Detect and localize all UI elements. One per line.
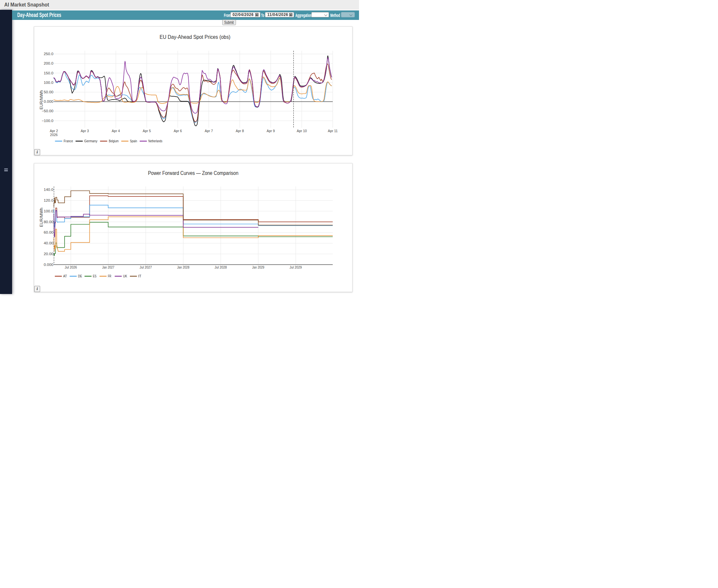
svg-text:DE: DE bbox=[78, 274, 82, 278]
svg-text:IT: IT bbox=[139, 274, 142, 278]
svg-text:250.0: 250.0 bbox=[44, 52, 54, 56]
svg-text:Belgium: Belgium bbox=[109, 139, 119, 143]
svg-text:Apr 7: Apr 7 bbox=[205, 129, 213, 133]
svg-text:0.000: 0.000 bbox=[44, 100, 54, 103]
svg-text:Apr 5: Apr 5 bbox=[143, 129, 151, 133]
svg-text:Apr 9: Apr 9 bbox=[267, 129, 275, 133]
svg-text:UK: UK bbox=[123, 274, 127, 278]
svg-text:Apr 4: Apr 4 bbox=[112, 129, 120, 133]
svg-text:ES: ES bbox=[93, 274, 97, 278]
svg-text:Apr 2: Apr 2 bbox=[49, 129, 58, 133]
svg-text:Jan 2029: Jan 2029 bbox=[252, 265, 265, 269]
svg-text:Netherlands: Netherlands bbox=[148, 139, 163, 143]
svg-text:100.0: 100.0 bbox=[44, 209, 54, 213]
svg-text:40.00: 40.00 bbox=[44, 241, 54, 245]
svg-text:EU Day-Ahead Spot Prices (obs): EU Day-Ahead Spot Prices (obs) bbox=[160, 34, 230, 40]
svg-text:Apr 8: Apr 8 bbox=[236, 129, 244, 133]
svg-text:140.0: 140.0 bbox=[44, 188, 54, 192]
svg-text:Apr 3: Apr 3 bbox=[81, 129, 89, 133]
svg-text:Apr 10: Apr 10 bbox=[297, 129, 307, 133]
svg-text:France: France bbox=[64, 139, 73, 143]
svg-text:20.00: 20.00 bbox=[44, 252, 54, 256]
svg-text:EUR/MWh: EUR/MWh bbox=[39, 90, 44, 109]
svg-text:Jul 2027: Jul 2027 bbox=[140, 265, 152, 269]
svg-text:−100.0: −100.0 bbox=[42, 119, 54, 123]
svg-text:Jul 2026: Jul 2026 bbox=[65, 265, 77, 269]
svg-text:150.0: 150.0 bbox=[44, 71, 54, 75]
svg-text:120.0: 120.0 bbox=[44, 198, 54, 202]
svg-text:50.00: 50.00 bbox=[44, 90, 54, 94]
svg-text:200.0: 200.0 bbox=[44, 61, 54, 65]
svg-text:Jul 2029: Jul 2029 bbox=[290, 265, 302, 269]
svg-text:Jan 2028: Jan 2028 bbox=[177, 265, 190, 269]
svg-text:FR: FR bbox=[108, 274, 112, 278]
svg-text:80.00: 80.00 bbox=[44, 220, 54, 224]
svg-text:Spain: Spain bbox=[130, 139, 137, 143]
svg-text:2026: 2026 bbox=[50, 133, 58, 137]
svg-text:Power Forward Curves — Zone Co: Power Forward Curves — Zone Comparison bbox=[148, 170, 238, 176]
svg-text:Jan 2027: Jan 2027 bbox=[102, 265, 114, 269]
svg-text:Germany: Germany bbox=[84, 139, 98, 143]
svg-text:100.0: 100.0 bbox=[44, 81, 54, 85]
svg-text:EUR/MWh: EUR/MWh bbox=[39, 208, 44, 227]
svg-text:0.000: 0.000 bbox=[44, 263, 54, 267]
svg-text:Apr 11: Apr 11 bbox=[328, 129, 337, 133]
svg-text:Apr 6: Apr 6 bbox=[174, 129, 182, 133]
svg-text:Jul 2028: Jul 2028 bbox=[215, 265, 227, 269]
svg-text:60.00: 60.00 bbox=[44, 230, 54, 234]
svg-text:AT: AT bbox=[63, 274, 67, 278]
